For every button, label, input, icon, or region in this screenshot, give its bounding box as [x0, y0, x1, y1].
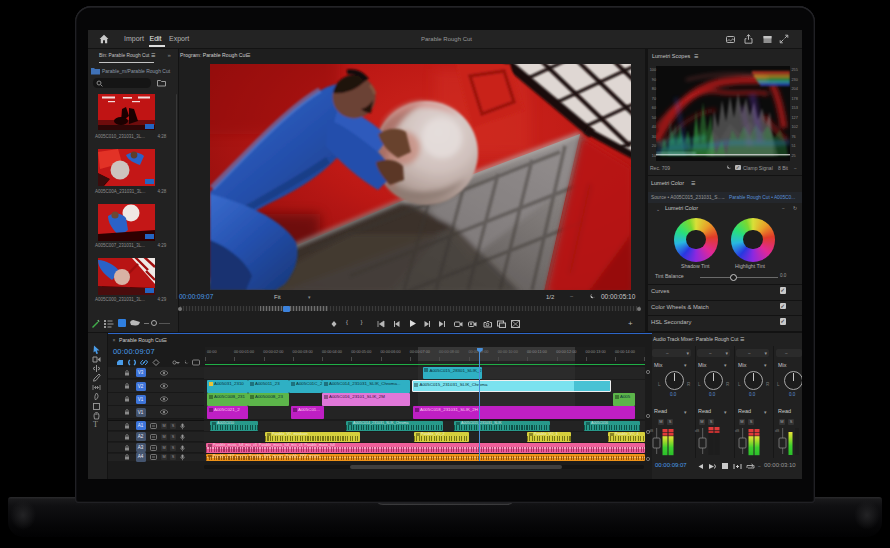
svg-text:dB: dB [695, 429, 700, 433]
svg-text:dB: dB [735, 429, 740, 433]
svg-text:dB: dB [775, 429, 780, 433]
svg-text:dB: dB [649, 429, 654, 433]
